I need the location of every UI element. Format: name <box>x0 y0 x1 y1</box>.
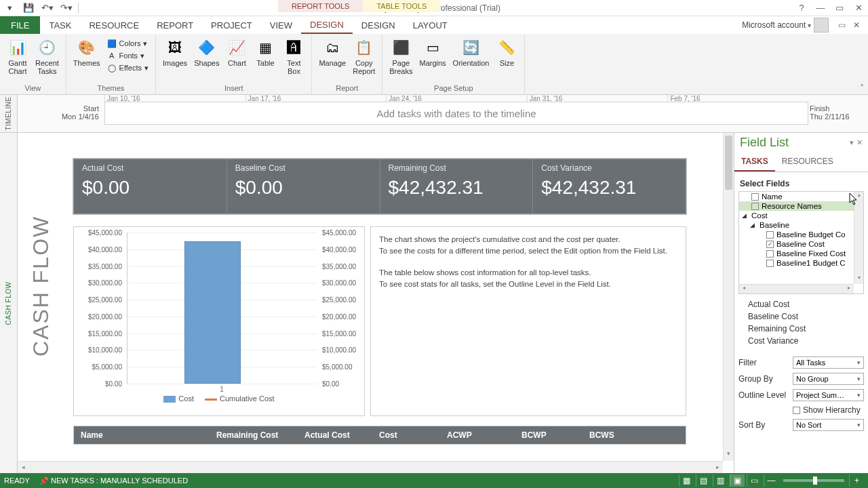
tab-report[interactable]: REPORT <box>148 16 202 34</box>
vertical-scrollbar[interactable]: ▴▾ <box>723 133 734 461</box>
th-bcwp: BCWP <box>515 426 583 444</box>
cost-table[interactable]: Name Remaining Cost Actual Cost Cost ACW… <box>73 426 686 445</box>
show-hierarchy-checkbox[interactable] <box>793 407 800 414</box>
copy-report-button[interactable]: 📋CopyReport <box>350 35 378 77</box>
tab-file[interactable]: FILE <box>0 16 40 34</box>
selected-field[interactable]: Cost Variance <box>738 335 864 347</box>
selected-field[interactable]: Remaining Cost <box>738 323 864 335</box>
group-label-themes: Themes <box>71 83 151 93</box>
status-ready: READY <box>4 476 30 485</box>
app-menu-icon[interactable]: ▾ <box>3 1 16 15</box>
recent-tasks-button[interactable]: 🕘RecentTasks <box>33 35 62 77</box>
select-fields-heading: Select Fields <box>734 172 868 191</box>
timeline-start: Start Mon 1/4/16 <box>37 104 99 121</box>
effects-button[interactable]: ◯Effects▾ <box>104 62 151 73</box>
timeline-end: Finish Thu 2/11/16 <box>810 104 864 121</box>
filter-select[interactable]: All Tasks <box>793 357 864 369</box>
images-button[interactable]: 🖼Images <box>160 35 190 68</box>
description-box[interactable]: The chart shows the project's cumulative… <box>370 226 686 416</box>
view-shortcut-5[interactable]: ▭ <box>747 474 762 487</box>
gantt-chart-button[interactable]: 📊GanttChart <box>4 35 31 77</box>
group-label-view: View <box>4 83 62 93</box>
selected-fields-list[interactable]: Actual Cost Baseline Cost Remaining Cost… <box>738 298 864 347</box>
report-title: CASH FLOW <box>28 216 54 357</box>
fonts-button[interactable]: AFonts▾ <box>104 50 151 61</box>
view-shortcut-1[interactable]: ▦ <box>679 474 694 487</box>
doc-restore-icon[interactable]: ▭ <box>835 19 848 31</box>
timeline-region: TIMELINE Start Mon 1/4/16 Jan 10, '16 Ja… <box>0 95 868 133</box>
page-breaks-button[interactable]: ⬛PageBreaks <box>387 35 415 77</box>
selected-field[interactable]: Baseline Cost <box>738 310 864 323</box>
title-bar: ▾ 💾 ↶▾ ↷▾ Project - Project Professional… <box>0 0 868 16</box>
zoom-in-icon[interactable]: + <box>849 474 864 487</box>
zoom-out-icon[interactable]: — <box>764 474 778 487</box>
groupby-label: Group By <box>738 374 789 384</box>
help-icon[interactable]: ? <box>792 1 811 15</box>
sortby-select[interactable]: No Sort <box>793 419 864 431</box>
table-button[interactable]: ▦Table <box>252 35 279 68</box>
selected-field[interactable]: Actual Cost <box>738 298 864 310</box>
shapes-button[interactable]: 🔷Shapes <box>191 35 222 68</box>
doc-close-icon[interactable]: ✕ <box>850 19 863 31</box>
chart-x-label: 1 <box>127 384 317 393</box>
manage-button[interactable]: 🗂Manage <box>316 35 349 68</box>
groupby-select[interactable]: No Group <box>793 373 864 385</box>
timeline-side-label: TIMELINE <box>0 95 18 132</box>
view-shortcut-2[interactable]: ▤ <box>696 474 711 487</box>
sortby-label: Sort By <box>738 420 789 430</box>
themes-button[interactable]: 🎨Themes <box>71 35 103 68</box>
avatar[interactable] <box>814 18 829 33</box>
chart-button[interactable]: 📈Chart <box>223 35 250 68</box>
account-label[interactable]: Microsoft account <box>742 20 811 30</box>
redo-icon[interactable]: ↷▾ <box>60 1 73 15</box>
tab-design-report[interactable]: DESIGN <box>301 16 353 34</box>
group-label-insert: Insert <box>160 83 307 93</box>
status-bar: READY 📌 NEW TASKS : MANUALLY SCHEDULED ▦… <box>0 473 868 488</box>
margins-button[interactable]: ▭Margins <box>416 35 448 68</box>
th-actual: Actual Cost <box>298 426 372 444</box>
kpi-table[interactable]: Actual Cost$0.00 Baseline Cost$0.00 Rema… <box>73 159 686 214</box>
minimize-icon[interactable]: — <box>811 1 830 15</box>
chart[interactable]: $45,000.00$40,000.00$35,000.00$30,000.00… <box>73 226 365 416</box>
group-label-pagesetup: Page Setup <box>387 83 520 93</box>
maximize-icon[interactable]: ▭ <box>830 1 849 15</box>
kpi-label: Cost Variance <box>541 163 677 173</box>
tab-design-table[interactable]: DESIGN <box>353 16 404 34</box>
view-shortcut-4[interactable]: ▣ <box>730 474 745 487</box>
undo-icon[interactable]: ↶▾ <box>41 1 54 15</box>
tab-task[interactable]: TASK <box>40 16 80 34</box>
pane-close-icon[interactable]: ✕ <box>856 138 863 147</box>
size-button[interactable]: 📏Size <box>493 35 520 68</box>
view-shortcut-3[interactable]: ▥ <box>713 474 728 487</box>
context-tab-report-tools: REPORT TOOLS <box>278 0 363 12</box>
field-tree[interactable]: Name Resource Names ◢Cost ◢Baseline Base… <box>738 191 864 294</box>
tab-resource[interactable]: RESOURCE <box>80 16 148 34</box>
kpi-value: $42,432.31 <box>389 177 525 199</box>
tab-layout[interactable]: LAYOUT <box>404 16 456 34</box>
timeline-track[interactable]: Add tasks with dates to the timeline <box>104 102 808 125</box>
th-name: Name <box>74 426 210 444</box>
save-icon[interactable]: 💾 <box>22 1 35 15</box>
report-canvas[interactable]: CASH FLOW Actual Cost$0.00 Baseline Cost… <box>18 133 734 473</box>
tree-hscroll[interactable]: ◂▸ <box>739 284 854 293</box>
kpi-value: $0.00 <box>82 177 218 199</box>
zoom-slider[interactable] <box>783 479 844 482</box>
status-schedule-mode[interactable]: 📌 NEW TASKS : MANUALLY SCHEDULED <box>39 476 188 485</box>
textbox-button[interactable]: 🅰TextBox <box>280 35 307 77</box>
colors-button[interactable]: 🟦Colors▾ <box>104 38 151 49</box>
tab-project[interactable]: PROJECT <box>202 16 261 34</box>
horizontal-scrollbar[interactable]: ◂▸ <box>18 461 723 473</box>
pane-options-icon[interactable]: ▾ <box>850 138 854 147</box>
tab-view[interactable]: VIEW <box>261 16 301 34</box>
pane-tab-tasks[interactable]: TASKS <box>734 152 775 171</box>
orientation-button[interactable]: 🔄Orientation <box>450 35 492 68</box>
outline-select[interactable]: Project Sum… <box>793 389 864 401</box>
th-bcws: BCWS <box>583 426 686 444</box>
pane-tab-resources[interactable]: RESOURCES <box>775 152 840 171</box>
close-icon[interactable]: ✕ <box>849 1 868 15</box>
ribbon-tab-strip: FILE TASK RESOURCE REPORT PROJECT VIEW D… <box>0 16 868 34</box>
pane-title: Field List <box>740 136 847 150</box>
collapse-ribbon-icon[interactable]: ˄ <box>860 83 864 93</box>
cashflow-side-label: CASH FLOW <box>0 133 18 473</box>
tree-vscroll[interactable]: ▴▾ <box>854 192 863 284</box>
